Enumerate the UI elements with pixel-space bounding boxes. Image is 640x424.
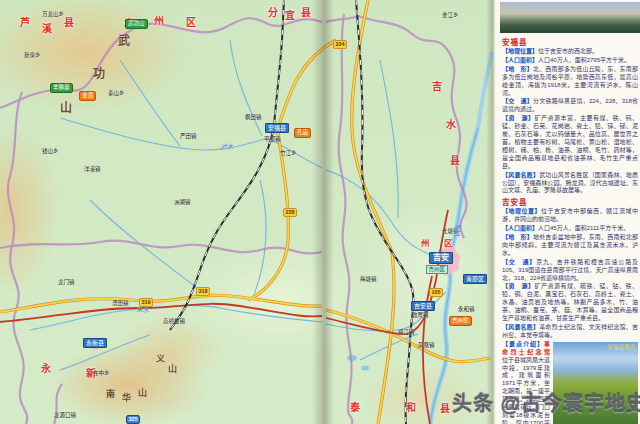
map-label: 105 <box>429 288 443 297</box>
map-label: 吉州窑 <box>449 316 472 326</box>
page-fold-shadow <box>312 0 334 424</box>
map-label: 敦厚镇 <box>412 311 429 319</box>
map-label: 凤凰镇 <box>418 341 435 349</box>
section-text: 人口45万人，面积2111平方千米。 <box>538 225 629 231</box>
map-label: 横江镇 <box>398 328 415 336</box>
map-label: 山 <box>60 98 72 115</box>
map-label: 泰山乡 <box>108 89 125 97</box>
map-label: 在中乡 <box>93 369 110 377</box>
map-label: 318 <box>196 287 210 296</box>
map-label: 县 <box>64 14 74 29</box>
lake <box>361 366 369 371</box>
map-label: 竹江乡 <box>280 149 297 157</box>
map-label: 新泉乡 <box>24 51 41 59</box>
map-label: 龙源口镇 <box>54 411 76 419</box>
county-section: 【人口面积】人口40万人，面积2795平方千米。 <box>502 57 638 65</box>
map-label: 赣江 <box>451 224 461 237</box>
county-section: 【地 形】地处吉泰盆地中部，东南、西南和北部向中部倾斜。主要河流为赣江及其支流禾… <box>502 234 638 258</box>
section-label: 【风景名胜】 <box>502 324 539 330</box>
section-label: 【地理位置】 <box>502 48 538 54</box>
county-section: 【风景名胜】革命烈士纪念馆、文天祥纪念馆、吉州窑、本觉寺塔等。 <box>502 324 638 340</box>
county-descriptions: 安福县【地理位置】位于吉安市的西北部。【人口面积】人口40万人，面积2795平方… <box>497 36 640 424</box>
county-section: 【地理位置】位于吉安市中部偏西，赣江流域中游，井冈山的前沿地。 <box>502 208 638 224</box>
section-label: 【交 通】 <box>502 98 533 104</box>
map-label: 区 <box>186 14 196 29</box>
county-section: 【人口面积】人口45万人，面积2111平方千米。 <box>502 225 638 233</box>
map-label: 宜 <box>285 7 295 22</box>
map-label: 枫田镇 <box>245 113 262 121</box>
section-label: 【地 形】 <box>502 234 533 240</box>
map-label: 山 <box>168 362 177 375</box>
map-label: 泸水 <box>220 141 233 151</box>
map-label: 州 <box>154 12 164 27</box>
map-label: 钱山乡 <box>42 147 59 155</box>
map-graphics <box>0 0 497 424</box>
map-label: 228 <box>283 208 297 217</box>
map-label: 严田镇 <box>180 132 197 140</box>
map-spread: 芦溪县袁州区分宜县吉水县永新泰和县州区武功山南华山义山安福县永新县吉安县吉安青原… <box>0 0 497 424</box>
map-label: 县 <box>301 4 311 19</box>
section-text: 矿产资源丰富，主要有煤、铁、钨、锰、砂金、石英、花岗岩、瓷土、铅、锌、锑、泥炭、… <box>502 115 638 168</box>
map-label: 溪 <box>42 20 52 35</box>
county-section: 【资 源】矿产资源丰富，主要有煤、铁、钨、锰、砂金、石英、花岗岩、瓷土、铅、锌、… <box>502 115 638 170</box>
map-label: 芦 <box>20 14 30 29</box>
map-label: 武功山 <box>125 19 148 29</box>
map-label: 龙门镇 <box>58 278 75 286</box>
map-label: 吉 <box>432 78 442 93</box>
map-label: 梅塘镇 <box>360 275 377 283</box>
map-label: 金顶 <box>79 91 96 101</box>
section-label: 【风景名胜】 <box>502 172 539 178</box>
scenery-photo-top <box>500 2 640 33</box>
watermark-handle: @古今寰宇地史考 <box>501 393 640 415</box>
map-label: 万龙山乡 <box>42 10 64 18</box>
map-label: 224 <box>333 40 347 49</box>
map-label: 吉安县 <box>411 301 435 311</box>
map-label: 高桥楼镇 <box>163 317 185 325</box>
section-label: 【交 通】 <box>502 259 536 265</box>
info-panel: 安福县【地理位置】位于吉安市的西北部。【人口面积】人口40万人，面积2795平方… <box>497 0 640 424</box>
map-label: 安福县 <box>265 123 289 133</box>
watermark: 头条 @古今寰宇地史考 <box>452 388 640 417</box>
county-title: 吉安县 <box>502 196 640 207</box>
map-label: 华 <box>122 391 131 404</box>
map-label: 永新县 <box>83 338 107 348</box>
watermark-brand: 头条 <box>452 393 494 415</box>
county-section: 【交 通】分文铁路纵贯县境，224、228、318省道境内通过。 <box>502 98 638 114</box>
section-text: 位于吉安市的西北部。 <box>538 48 598 54</box>
county-section: 【地理位置】位于吉安市的西北部。 <box>502 48 638 56</box>
county-section: 【资 源】矿产资源有煤、硫铁、锰、钴、铁、铅、铜、白泥、黑宝石、石灰石、高岭土、… <box>502 283 638 323</box>
map-label: 水 <box>446 116 456 131</box>
map-label: 泰 <box>350 399 360 414</box>
county-boundaries <box>0 14 467 424</box>
county-section: 【交 通】京九、吉井铁路和樟吉高速公路及105、319国道在县南部平行过境，天广… <box>502 259 638 283</box>
map-label: 山 <box>138 386 147 399</box>
county-title: 安福县 <box>502 36 640 47</box>
section-label: 【景点介绍】 <box>502 341 544 347</box>
map-label: 洲湖镇 <box>174 198 191 206</box>
map-label: 州 <box>421 236 430 248</box>
section-label: 【人口面积】 <box>502 225 538 231</box>
map-label: 南 <box>106 387 115 400</box>
county-section: 【地 形】北、西南部多为低山丘陵，东、东南部多为低丘岗地及河谷平原，地势西高东低… <box>502 66 638 98</box>
map-label: 金江乡 <box>442 11 459 19</box>
section-label: 【人口面积】 <box>502 57 538 63</box>
map-label: 羊狮幕 <box>50 83 73 93</box>
map-label: 县 <box>450 152 460 167</box>
map-label: 和 <box>406 399 416 414</box>
map-label: 吉州区 <box>426 265 448 274</box>
provincial-roads <box>0 0 490 424</box>
map-label: 县 <box>440 400 450 415</box>
atlas-page: 芦溪县袁州区分宜县吉水县永新泰和县州区武功山南华山义山安福县永新县吉安县吉安青原… <box>0 0 640 424</box>
section-label: 【地理位置】 <box>502 208 541 214</box>
map-label: 洋溪镇 <box>84 165 101 173</box>
map-label: 平都镇 <box>264 135 281 143</box>
national-roads <box>0 210 448 424</box>
section-text: 人口40万人，面积2795平方千米。 <box>538 57 630 63</box>
map-label: 325 <box>126 415 140 424</box>
map-label: 功 <box>93 64 105 81</box>
section-label: 【资 源】 <box>502 115 535 121</box>
map-label: 义 <box>156 352 165 365</box>
map-label: 永 <box>41 360 51 375</box>
map-label: 禾水 <box>136 304 149 314</box>
map-label: 吉安 <box>429 252 453 264</box>
